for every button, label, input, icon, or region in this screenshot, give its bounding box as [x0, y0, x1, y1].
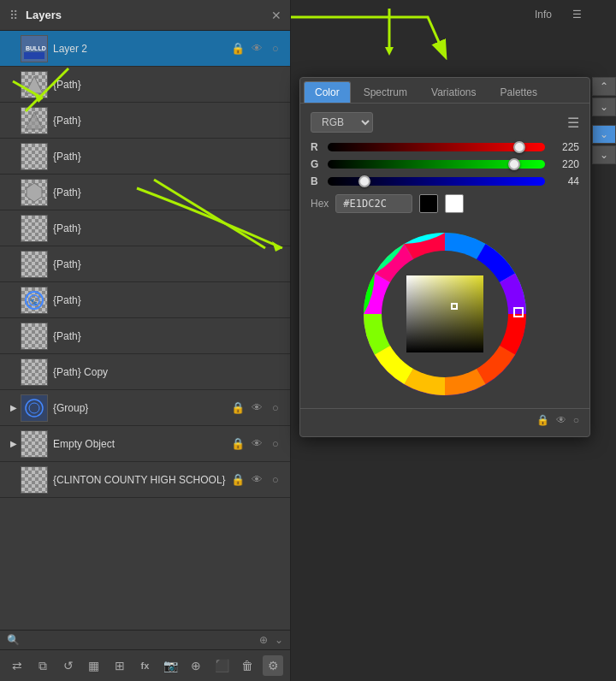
rotate-btn[interactable]: ↺ — [58, 655, 79, 676]
path4-name: {Path} — [53, 187, 283, 198]
layer-item-path7[interactable]: 🐾 {Path} — [0, 282, 290, 318]
svg-text:🐾: 🐾 — [30, 298, 38, 305]
menu-btn[interactable]: ☰ — [572, 9, 582, 21]
r-slider-track[interactable] — [328, 143, 545, 151]
circle-icon-group[interactable]: ○ — [268, 400, 283, 416]
layer-item-layer2[interactable]: BULLDOGS Layer 2 🔒 👁 ○ — [0, 31, 290, 67]
gear-btn[interactable]: ⚙ — [263, 655, 283, 676]
color-square[interactable] — [406, 275, 483, 352]
path6-name: {Path} — [53, 258, 283, 270]
white-swatch[interactable] — [445, 194, 464, 213]
layer-item-group1[interactable]: ▶ {Group} 🔒 👁 ○ — [0, 390, 290, 426]
eye-icon[interactable]: 👁 — [249, 41, 264, 56]
layer-thumb-layer2: BULLDOGS — [21, 35, 48, 62]
layer-item-path3[interactable]: {Path} — [0, 139, 290, 175]
color-wheel-container — [311, 220, 579, 400]
panel-close-icon[interactable]: ✕ — [270, 9, 283, 22]
thumb-path2 — [21, 107, 48, 134]
info-btn[interactable]: Info — [535, 9, 552, 21]
layer-item-empty[interactable]: ▶ Empty Object 🔒 👁 ○ — [0, 426, 290, 462]
nav-color-btn[interactable]: ⌄ — [592, 125, 616, 144]
thumb-path5 — [21, 215, 48, 242]
color-circle-icon[interactable]: ○ — [573, 414, 579, 426]
lock-icon-group[interactable]: 🔒 — [230, 400, 246, 416]
expand-icon-empty[interactable]: ▶ — [7, 437, 21, 451]
layers-btn[interactable]: ⊕ — [186, 655, 206, 676]
color-lock-icon[interactable]: 🔒 — [536, 414, 549, 426]
layer-item-path2[interactable]: {Path} — [0, 103, 290, 139]
duplicate-btn[interactable]: ⧉ — [33, 655, 53, 676]
thumb-clinton — [21, 466, 48, 494]
eye-icon-empty[interactable]: 👁 — [249, 436, 264, 452]
layers-panel: ⠿ Layers ✕ BULLDOGS Layer 2 🔒 👁 ○ — [0, 0, 291, 681]
g-slider-track[interactable] — [328, 160, 545, 169]
square-cursor — [451, 303, 458, 310]
path8-name: {Path} — [53, 330, 283, 342]
grid2-btn[interactable]: ⊞ — [110, 655, 130, 676]
color-options-icon[interactable]: ☰ — [567, 115, 579, 131]
tab-spectrum[interactable]: Spectrum — [352, 81, 418, 103]
circle-icon-empty[interactable]: ○ — [268, 436, 283, 452]
layer-item-path8[interactable]: {Path} — [0, 318, 290, 354]
eye-icon-group[interactable]: 👁 — [249, 400, 264, 416]
layer-item-path6[interactable]: {Path} — [0, 246, 290, 282]
color-mode-select[interactable]: RGB HSB CMYK — [311, 112, 373, 133]
lock-icon[interactable]: 🔒 — [230, 41, 246, 56]
eye-icon-clinton[interactable]: 👁 — [249, 472, 264, 488]
panel-title: Layers — [26, 9, 264, 21]
circle-icon[interactable]: ○ — [268, 41, 283, 56]
layer-item-path1[interactable]: {Path} — [0, 67, 290, 103]
panel-drag-icon: ⠿ — [7, 9, 21, 22]
tab-palettes[interactable]: Palettes — [489, 81, 548, 103]
color-eye-icon[interactable]: 👁 — [556, 414, 566, 426]
arrows-btn[interactable]: ⇄ — [7, 655, 27, 676]
b-slider-row: B 44 — [311, 175, 579, 187]
delete-btn[interactable]: 🗑 — [237, 655, 258, 676]
nav-down-btn[interactable]: ⌄ — [592, 98, 616, 116]
svg-marker-3 — [26, 76, 43, 93]
expand-icon-group1[interactable]: ▶ — [7, 401, 21, 415]
lock-icon-empty[interactable]: 🔒 — [230, 436, 246, 452]
grid1-btn[interactable]: ▦ — [84, 655, 104, 676]
g-slider-thumb[interactable] — [508, 158, 520, 170]
search-input[interactable] — [25, 634, 254, 646]
black-swatch[interactable] — [419, 194, 438, 213]
export-btn[interactable]: ⬛ — [211, 655, 232, 676]
chevron-down-icon[interactable]: ⌄ — [275, 634, 283, 646]
r-slider-thumb[interactable] — [513, 141, 525, 153]
color-tabs: Color Spectrum Variations Palettes — [300, 78, 589, 104]
b-slider-thumb[interactable] — [358, 175, 370, 187]
clinton-name: {CLINTON COUNTY HIGH SCHOOL} — [53, 474, 230, 486]
hex-input[interactable] — [335, 194, 412, 213]
r-label: R — [311, 141, 321, 153]
layer-item-clinton[interactable]: {CLINTON COUNTY HIGH SCHOOL} 🔒 👁 ○ — [0, 462, 290, 498]
bottom-toolbar: ⇄ ⧉ ↺ ▦ ⊞ fx 📷 ⊕ ⬛ 🗑 ⚙ — [0, 650, 290, 681]
nav-up-btn[interactable]: ⌃ — [592, 77, 616, 96]
thumb-path1 — [21, 71, 48, 98]
search-bar: 🔍 ⊕ ⌄ — [0, 631, 290, 650]
fx-btn[interactable]: fx — [135, 655, 156, 676]
layer-list: BULLDOGS Layer 2 🔒 👁 ○ {Path} {Path} — [0, 31, 290, 630]
zoom-icon[interactable]: ⊕ — [259, 634, 268, 646]
nav-extra-btn[interactable]: ⌄ — [592, 145, 616, 164]
color-panel: Color Spectrum Variations Palettes RGB H… — [299, 77, 590, 437]
thumb-path8 — [21, 323, 48, 350]
tab-variations[interactable]: Variations — [420, 81, 487, 103]
color-wheel-wrapper[interactable] — [359, 228, 530, 400]
b-label: B — [311, 175, 321, 187]
tab-color[interactable]: Color — [304, 81, 351, 103]
r-value: 225 — [552, 141, 579, 153]
layer-item-path4[interactable]: {Path} — [0, 175, 290, 210]
group1-name: {Group} — [53, 402, 230, 414]
lock-icon-clinton[interactable]: 🔒 — [230, 472, 246, 488]
search-icon: 🔍 — [7, 634, 20, 646]
path7-name: {Path} — [53, 294, 283, 306]
panel-footer: 🔍 ⊕ ⌄ ⇄ ⧉ ↺ ▦ ⊞ fx 📷 ⊕ ⬛ 🗑 ⚙ — [0, 630, 290, 681]
layer-item-path5[interactable]: {Path} — [0, 210, 290, 246]
layer-item-pathcopy[interactable]: {Path} Copy — [0, 354, 290, 390]
circle-icon-clinton[interactable]: ○ — [268, 472, 283, 488]
thumb-path4 — [21, 179, 48, 206]
camera-btn[interactable]: 📷 — [160, 655, 181, 676]
b-slider-track[interactable] — [328, 177, 545, 186]
thumb-path7: 🐾 — [21, 287, 48, 314]
